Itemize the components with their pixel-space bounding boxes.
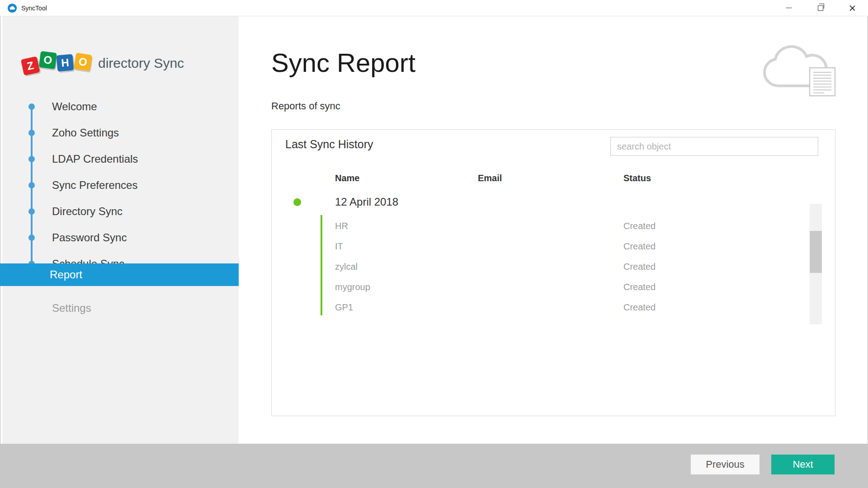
sidebar-item-ldap-credentials[interactable]: LDAP Credentials (2, 151, 239, 167)
zoho-logo-block-h: H (56, 54, 74, 72)
zoho-logo: Z O H O directory Sync (22, 52, 184, 75)
cloud-report-icon (762, 44, 838, 98)
sidebar-item-welcome[interactable]: Welcome (2, 99, 239, 115)
close-button[interactable] (836, 0, 868, 16)
scrollbar-thumb[interactable] (810, 231, 822, 273)
table-row: zylcal Created (272, 256, 805, 277)
sidebar-item-password-sync[interactable]: Password Sync (2, 230, 239, 246)
maximize-restore-button[interactable] (805, 0, 836, 16)
app-title: SyncTool (21, 5, 47, 12)
close-icon (849, 5, 856, 11)
zoho-logo-block-o2: O (74, 52, 92, 71)
status-badge: Created (623, 241, 656, 251)
status-badge: Created (623, 261, 656, 272)
product-name: directory Sync (98, 56, 184, 71)
panel-heading: Last Sync History (285, 138, 373, 151)
column-header-email: Email (478, 173, 502, 183)
sync-status-dot (293, 198, 301, 206)
page-title: Sync Report (271, 47, 415, 78)
table-row: IT Created (272, 236, 805, 256)
footer-bar: Previous Next (0, 444, 868, 488)
table-row: HR Created (272, 216, 805, 236)
titlebar: SyncTool (0, 0, 868, 16)
sidebar-item-zoho-settings[interactable]: Zoho Settings (2, 125, 239, 141)
table-row: GP1 Created (272, 297, 805, 317)
scrollbar-track[interactable] (810, 204, 822, 324)
page-subtitle: Reports of sync (271, 100, 340, 112)
minimize-button[interactable] (773, 0, 805, 16)
column-header-status: Status (623, 173, 651, 183)
last-sync-history-panel: Last Sync History Name Email Status 12 A… (271, 129, 835, 416)
sidebar: Z O H O directory Sync Welcome Zoho Sett… (2, 16, 239, 444)
sidebar-item-directory-sync[interactable]: Directory Sync (2, 203, 239, 220)
step-dot (28, 130, 35, 136)
step-dot (28, 182, 35, 188)
sidebar-item-settings[interactable]: Settings (2, 300, 239, 316)
previous-button[interactable]: Previous (691, 455, 760, 474)
status-badge: Created (623, 282, 656, 292)
step-dot (28, 235, 35, 241)
step-dot (28, 103, 35, 110)
app-cloud-icon (7, 3, 17, 13)
window-controls (773, 0, 868, 16)
zoho-logo-block-z: Z (21, 56, 40, 76)
sidebar-item-report[interactable]: Report (0, 263, 239, 286)
step-dot (28, 156, 35, 162)
sidebar-item-sync-preferences[interactable]: Sync Preferences (2, 177, 239, 193)
zoho-logo-block-o1: O (39, 51, 57, 69)
app-window: SyncTool Z O H O directory Sync Welcome … (0, 0, 868, 488)
restore-icon (818, 5, 823, 11)
minimize-icon (786, 8, 792, 8)
search-input[interactable] (610, 137, 818, 156)
step-dot (28, 208, 35, 215)
column-header-name: Name (335, 173, 359, 183)
status-badge: Created (623, 302, 656, 312)
status-badge: Created (623, 221, 656, 231)
table-row: mygroup Created (272, 277, 805, 297)
sync-rows: HR Created IT Created zylcal Created myg… (272, 216, 805, 317)
next-button[interactable]: Next (771, 455, 835, 474)
sync-group-date[interactable]: 12 April 2018 (335, 196, 398, 208)
